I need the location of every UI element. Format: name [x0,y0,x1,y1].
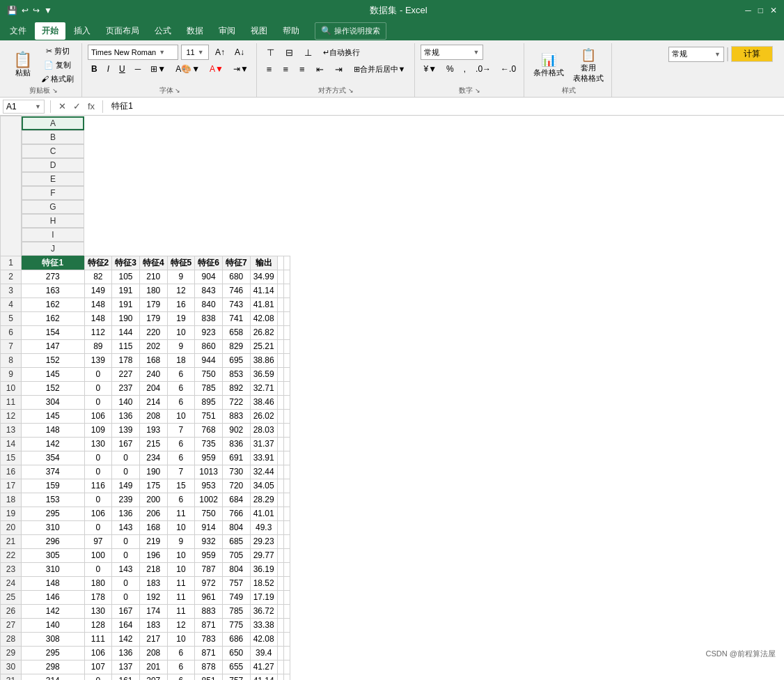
row-num-21[interactable]: 21 [1,534,22,548]
strikethrough-button[interactable]: ─ [132,61,145,77]
cell-r6-c3[interactable]: 144 [112,325,140,339]
row-num-5[interactable]: 5 [1,311,22,325]
cell-r24-c5[interactable]: 11 [167,576,195,590]
underline-button[interactable]: U [116,61,129,77]
align-center-button[interactable]: ≡ [279,61,292,77]
cell-r13-c1[interactable]: 148 [22,423,85,437]
cell-r9-c3[interactable]: 227 [112,367,140,381]
cell-r23-c1[interactable]: 310 [22,562,85,576]
cell-r29-c2[interactable]: 106 [84,646,112,660]
cell-r14-c8[interactable]: 31.37 [250,437,277,451]
cell-r27-c7[interactable]: 775 [222,618,250,632]
confirm-formula-icon[interactable]: ✓ [71,100,83,112]
cell-r5-empty0[interactable] [277,311,283,325]
row-num-10[interactable]: 10 [1,381,22,395]
cell-r9-c6[interactable]: 750 [195,367,223,381]
paste-button[interactable]: 📋 粘贴 [10,45,36,86]
cell-r2-empty0[interactable] [277,270,283,284]
cell-r27-empty0[interactable] [277,618,283,632]
cell-r30-c7[interactable]: 655 [222,660,250,674]
cell-r13-empty1[interactable] [283,423,290,437]
cell-r20-c6[interactable]: 914 [195,520,223,534]
header-cell-5[interactable]: 特征5 [167,256,195,270]
cell-r23-c7[interactable]: 804 [222,562,250,576]
cell-r20-c8[interactable]: 49.3 [250,520,277,534]
cell-r29-c1[interactable]: 295 [22,646,85,660]
cell-r19-empty1[interactable] [283,507,290,520]
cell-r28-c1[interactable]: 308 [22,632,85,646]
cell-r5-c6[interactable]: 838 [195,311,223,325]
cell-r22-c8[interactable]: 29.77 [250,548,277,562]
cell-r2-empty1[interactable] [283,270,290,284]
cell-r9-empty1[interactable] [283,367,290,381]
cell-r26-empty1[interactable] [283,604,290,618]
cell-r18-empty0[interactable] [277,493,283,507]
col-header-G[interactable]: G [22,200,84,214]
menu-review[interactable]: 审阅 [212,22,242,40]
row-num-3[interactable]: 3 [1,284,22,298]
cell-r25-empty1[interactable] [283,590,290,604]
cell-r24-c2[interactable]: 180 [84,576,112,590]
cell-r8-c1[interactable]: 152 [22,353,85,367]
cell-r13-c8[interactable]: 28.03 [250,423,277,437]
cell-r27-c1[interactable]: 140 [22,618,85,632]
row-num-14[interactable]: 14 [1,437,22,451]
cell-r22-c6[interactable]: 959 [195,548,223,562]
cell-r7-empty1[interactable] [283,339,290,353]
cell-r23-c8[interactable]: 36.19 [250,562,277,576]
cell-r18-c2[interactable]: 0 [84,493,112,507]
cell-r16-empty0[interactable] [277,465,283,479]
cell-r9-c4[interactable]: 240 [139,367,167,381]
cell-r6-c5[interactable]: 10 [167,325,195,339]
row-num-17[interactable]: 17 [1,479,22,493]
cell-r27-c4[interactable]: 183 [139,618,167,632]
cell-r11-c2[interactable]: 0 [84,395,112,409]
cell-r27-c6[interactable]: 871 [195,618,223,632]
cell-r3-empty0[interactable] [277,284,283,298]
cell-r5-c1[interactable]: 162 [22,311,85,325]
cell-r15-c1[interactable]: 354 [22,451,85,465]
header-cell-7[interactable]: 特征7 [222,256,250,270]
cell-r9-c8[interactable]: 36.59 [250,367,277,381]
table-format-button[interactable]: 📋 套用 表格格式 [570,45,607,86]
cell-r30-c1[interactable]: 298 [22,660,85,674]
cell-r7-c4[interactable]: 202 [139,339,167,353]
cell-r20-empty1[interactable] [283,520,290,534]
cell-r12-c8[interactable]: 26.02 [250,409,277,423]
cell-r31-c4[interactable]: 207 [139,674,167,680]
header-cell-8[interactable]: 输出 [250,256,277,270]
cell-r24-c3[interactable]: 0 [112,576,140,590]
cell-r3-c1[interactable]: 163 [22,284,85,298]
cell-r25-c4[interactable]: 192 [139,590,167,604]
cell-r20-c5[interactable]: 10 [167,520,195,534]
cell-r21-c2[interactable]: 97 [84,534,112,548]
cell-r23-c3[interactable]: 143 [112,562,140,576]
cell-r7-c1[interactable]: 147 [22,339,85,353]
cell-r4-c2[interactable]: 148 [84,298,112,311]
cell-r30-c4[interactable]: 201 [139,660,167,674]
cell-r27-c3[interactable]: 164 [112,618,140,632]
cell-r30-c3[interactable]: 137 [112,660,140,674]
header-cell-2[interactable]: 特征2 [84,256,112,270]
cell-r16-c3[interactable]: 0 [112,465,140,479]
col-header-F[interactable]: F [22,186,84,200]
cell-r10-c6[interactable]: 785 [195,381,223,395]
cell-r21-c5[interactable]: 9 [167,534,195,548]
menu-view[interactable]: 视图 [244,22,274,40]
redo-icon[interactable]: ↪ [33,6,40,15]
comma-button[interactable]: , [460,61,469,77]
cell-r9-empty0[interactable] [277,367,283,381]
row-num-31[interactable]: 31 [1,674,22,680]
cell-r7-c5[interactable]: 9 [167,339,195,353]
row-num-4[interactable]: 4 [1,298,22,311]
cell-r31-c5[interactable]: 6 [167,674,195,680]
cell-r21-empty1[interactable] [283,534,290,548]
cell-r30-c2[interactable]: 107 [84,660,112,674]
col-header-J[interactable]: J [22,242,84,256]
col-header-B[interactable]: B [22,130,84,144]
cell-r10-c1[interactable]: 152 [22,381,85,395]
cell-r8-empty1[interactable] [283,353,290,367]
header-empty-0[interactable] [277,256,283,270]
number-format-selector[interactable]: 常规 ▼ [421,45,483,60]
cell-r22-c4[interactable]: 196 [139,548,167,562]
